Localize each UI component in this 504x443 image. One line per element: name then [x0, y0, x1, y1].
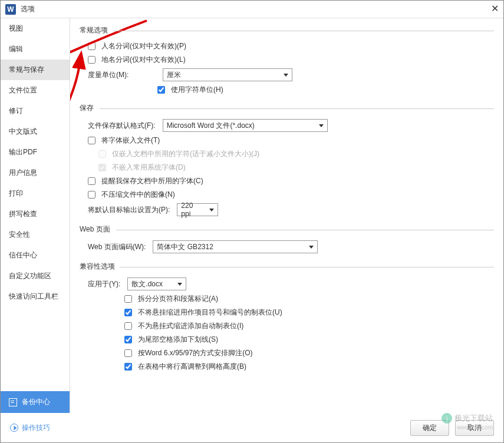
sidebar-item-12[interactable]: 自定义功能区: [1, 266, 70, 286]
web-encoding-label: Web 页面编码(W):: [88, 242, 146, 252]
no-embed-system-label: 不嵌入常用系统字体(D): [112, 163, 186, 173]
play-icon: [10, 424, 18, 432]
no-auto-tab-checkbox[interactable]: [124, 322, 132, 330]
no-hanging-tab-checkbox[interactable]: [124, 309, 132, 316]
embed-only-used-label: 仅嵌入文档中所用的字符(适于减小文件大小)(J): [112, 149, 259, 159]
sidebar-item-8[interactable]: 打印: [1, 183, 70, 204]
no-compress-img-checkbox[interactable]: [88, 191, 95, 199]
section-web-label: Web 页面: [80, 225, 110, 233]
remind-fonts-checkbox[interactable]: [88, 177, 95, 185]
sidebar-item-4[interactable]: 修订: [1, 101, 70, 121]
remind-fonts-label: 提醒我保存文档中所用的字体(C): [101, 176, 203, 186]
default-format-value: Microsoft Word 文件(*.docx): [167, 121, 255, 131]
section-compat-label: 兼容性选项: [80, 262, 115, 270]
close-icon[interactable]: ✕: [491, 3, 499, 14]
backup-center-button[interactable]: 备份中心: [1, 391, 70, 413]
sidebar-item-0[interactable]: 视图: [1, 18, 70, 39]
section-web: Web 页面: [80, 224, 494, 234]
web-encoding-select[interactable]: 简体中文 GB2312: [153, 240, 318, 253]
split-page-checkbox[interactable]: [124, 295, 132, 303]
split-page-label: 拆分分页符和段落标记(A): [138, 294, 218, 304]
section-save: 保存: [80, 103, 494, 113]
no-compress-img-label: 不压缩文件中的图像(N): [101, 190, 175, 200]
place-name-checkbox[interactable]: [88, 56, 95, 64]
tips-label: 操作技巧: [22, 423, 50, 433]
tips-link[interactable]: 操作技巧: [10, 423, 50, 433]
app-logo: W: [5, 4, 16, 15]
content-panel: 常规选项 人名分词(仅对中文有效)(P) 地名分词(仅对中文有效)(L) 度量单…: [70, 18, 503, 413]
apply-select[interactable]: 散文.docx: [127, 277, 186, 290]
sidebar-item-2[interactable]: 常规与保存: [1, 59, 70, 80]
sidebar-item-5[interactable]: 中文版式: [1, 121, 70, 142]
footer: 操作技巧 确定 取消 ↓极光下载站 www.xz7.com: [1, 413, 503, 442]
default-output-value: 220 ppi: [181, 201, 203, 218]
cancel-button[interactable]: 取消: [455, 420, 494, 436]
section-compat: 兼容性选项: [80, 262, 494, 272]
window-title: 选项: [21, 4, 35, 14]
place-name-label: 地名分词(仅对中文有效)(L): [101, 55, 186, 65]
sidebar-item-11[interactable]: 信任中心: [1, 245, 70, 266]
section-general: 常规选项: [80, 25, 494, 35]
sidebar-item-3[interactable]: 文件位置: [1, 80, 70, 101]
embed-fonts-label: 将字体嵌入文件(T): [101, 135, 160, 146]
embed-fonts-checkbox[interactable]: [88, 137, 95, 144]
no-hanging-tab-label: 不将悬挂缩进用作项目符号和编号的制表位(U): [138, 308, 282, 318]
personal-name-checkbox[interactable]: [88, 42, 95, 50]
use-char-unit-checkbox[interactable]: [157, 86, 165, 94]
default-format-select[interactable]: Microsoft Word 文件(*.docx): [163, 119, 328, 132]
sidebar-item-10[interactable]: 安全性: [1, 224, 70, 245]
apply-label: 应用于(Y):: [88, 279, 120, 289]
trailing-underline-label: 为尾部空格添加下划线(S): [138, 335, 218, 345]
unit-label: 度量单位(M):: [88, 70, 129, 80]
section-save-label: 保存: [80, 104, 94, 112]
no-auto-tab-label: 不为悬挂式缩进添加自动制表位(I): [138, 321, 243, 331]
use-char-unit-label: 使用字符单位(H): [171, 85, 223, 95]
web-encoding-value: 简体中文 GB2312: [157, 242, 213, 252]
sidebar-item-1[interactable]: 编辑: [1, 39, 70, 59]
default-format-label: 文件保存默认格式(F):: [88, 121, 156, 131]
backup-label: 备份中心: [22, 397, 50, 407]
default-output-select[interactable]: 220 ppi: [177, 203, 218, 216]
sidebar: 视图编辑常规与保存文件位置修订中文版式输出PDF用户信息打印拼写检查安全性信任中…: [1, 18, 70, 413]
grid-row-height-checkbox[interactable]: [124, 363, 132, 371]
word6-footnote-label: 按Word 6.x/95/97的方式安排脚注(O): [138, 348, 252, 358]
sidebar-item-9[interactable]: 拼写检查: [1, 204, 70, 224]
personal-name-label: 人名分词(仅对中文有效)(P): [101, 41, 186, 51]
sidebar-item-7[interactable]: 用户信息: [1, 163, 70, 183]
unit-select[interactable]: 厘米: [163, 68, 292, 81]
apply-value: 散文.docx: [131, 279, 163, 289]
grid-row-height-label: 在表格中将行高调整到网格高度(B): [138, 362, 246, 372]
embed-only-used-checkbox: [98, 150, 106, 158]
word6-footnote-checkbox[interactable]: [124, 349, 132, 357]
titlebar: W 选项 ✕: [1, 1, 503, 18]
section-general-label: 常规选项: [80, 26, 108, 34]
trailing-underline-checkbox[interactable]: [124, 336, 132, 343]
no-embed-system-checkbox: [98, 164, 106, 171]
backup-icon: [9, 398, 17, 406]
default-output-label: 将默认目标输出设置为(P):: [88, 205, 170, 215]
ok-button[interactable]: 确定: [410, 420, 449, 436]
sidebar-item-6[interactable]: 输出PDF: [1, 142, 70, 163]
sidebar-item-13[interactable]: 快速访问工具栏: [1, 286, 70, 307]
unit-value: 厘米: [167, 70, 181, 80]
